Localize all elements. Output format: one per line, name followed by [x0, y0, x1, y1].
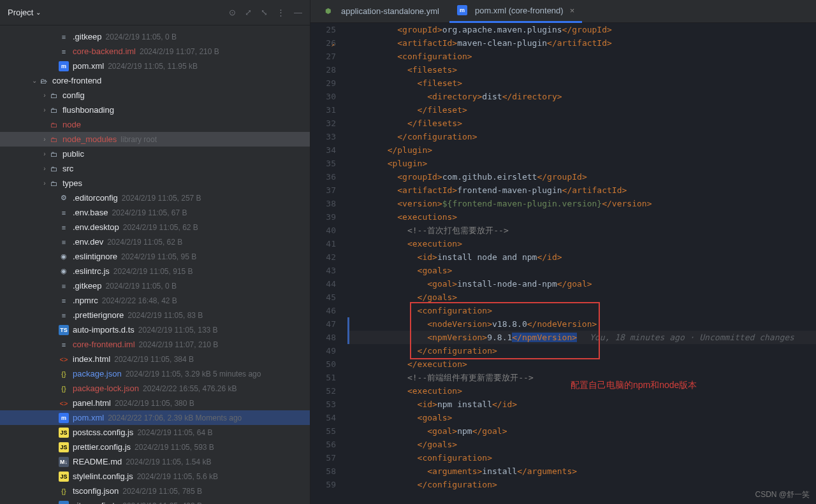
code-line[interactable]: <id>npm install</id> — [347, 398, 816, 411]
chevron-icon[interactable]: › — [41, 150, 48, 157]
tree-item[interactable]: <>panel.html2024/2/19 11:05, 380 B — [0, 396, 310, 410]
chevron-icon[interactable]: › — [41, 180, 48, 187]
file-name: package.json — [73, 369, 122, 378]
tree-item[interactable]: ≡core-frontend.iml2024/2/19 11:07, 210 B — [0, 337, 310, 352]
file-name: config — [62, 90, 85, 100]
code-line[interactable]: <directory>dist</directory> — [347, 90, 816, 103]
code-line[interactable]: <groupId>org.apache.maven.plugins</group… — [347, 23, 816, 36]
chevron-icon[interactable]: ⌄ — [31, 77, 38, 84]
code-line[interactable]: <id>install node and npm</id> — [347, 250, 816, 264]
file-name: node_modules — [62, 134, 117, 144]
chevron-icon[interactable]: › — [41, 92, 48, 99]
hide-icon[interactable]: — — [294, 8, 302, 17]
code-line[interactable]: <configuration> — [347, 451, 816, 464]
code-line[interactable]: <fileset> — [347, 76, 816, 90]
tree-item[interactable]: ◉.eslintignore2024/2/19 11:05, 95 B — [0, 249, 310, 264]
tree-item[interactable]: ≡.gitkeep2024/2/19 11:05, 0 B — [0, 29, 310, 44]
code-line[interactable]: </configuration> — [347, 344, 816, 357]
code-area[interactable]: 2526↗27282930313233343536373839404142434… — [310, 23, 816, 504]
code-line[interactable]: <artifactId>maven-clean-plugin</artifact… — [347, 36, 816, 50]
collapse-all-icon[interactable]: ⤡ — [261, 8, 268, 17]
tree-item[interactable]: ⚙.editorconfig2024/2/19 11:05, 257 B — [0, 191, 310, 205]
show-options-icon[interactable]: ⋮ — [277, 8, 285, 17]
tree-item[interactable]: JSprettier.config.js2024/2/19 11:05, 593… — [0, 440, 310, 454]
tree-item[interactable]: ⌄🗁core-frontend — [0, 73, 310, 88]
chevron-icon[interactable]: › — [41, 106, 48, 113]
tree-item[interactable]: {}package.json2024/2/19 11:05, 3.29 kB 5… — [0, 366, 310, 381]
close-icon[interactable]: × — [570, 6, 575, 15]
tree-item[interactable]: ≡core-backend.iml2024/2/19 11:07, 210 B — [0, 44, 310, 59]
file-name: flushbonading — [62, 105, 114, 115]
file-meta: 2024/2/22 17:06, 2.39 kB Moments ago — [108, 414, 242, 422]
file-meta: 2024/2/19 11:05, 257 B — [122, 194, 201, 203]
chevron-icon[interactable]: › — [41, 165, 48, 172]
tree-item[interactable]: 🗀node — [0, 117, 310, 132]
code-line[interactable]: </goals> — [347, 438, 816, 451]
file-name: stylelint.config.js — [73, 472, 133, 481]
tree-item[interactable]: ≡.prettierignore2024/2/19 11:05, 83 B — [0, 308, 310, 322]
code-line[interactable]: <!--首次打包需要放开--> — [347, 224, 816, 237]
file-name: vite.config.ts — [73, 501, 119, 504]
chevron-icon[interactable]: › — [41, 136, 48, 143]
tree-item[interactable]: mpom.xml2024/2/19 11:05, 11.95 kB — [0, 59, 310, 73]
expand-all-icon[interactable]: ⤢ — [245, 8, 252, 17]
code-line[interactable]: </configuration> — [347, 130, 816, 143]
code-line[interactable]: <filesets> — [347, 63, 816, 76]
tree-item[interactable]: ≡.env.dev2024/2/19 11:05, 62 B — [0, 234, 310, 249]
code-line[interactable]: <execution> — [347, 237, 816, 250]
file-name: pom.xml — [73, 413, 104, 422]
tree-item[interactable]: {}package-lock.json2024/2/22 16:55, 476.… — [0, 381, 310, 396]
tree-item[interactable]: ›🗀flushbonading — [0, 103, 310, 117]
git-blame: You, 18 minutes ago · Uncommitted change… — [590, 333, 794, 342]
code-content[interactable]: 配置自己电脑的npm和node版本 <groupId>org.apache.ma… — [347, 23, 816, 504]
sidebar-title[interactable]: Project ⌄ — [8, 8, 41, 17]
tree-item[interactable]: ›🗀config — [0, 88, 310, 103]
tree-item[interactable]: JSpostcss.config.js2024/2/19 11:05, 64 B — [0, 425, 310, 440]
code-line[interactable]: <goal>install-node-and-npm</goal> — [347, 277, 816, 291]
file-name: core-frontend.iml — [73, 340, 135, 349]
tree-item[interactable]: ›🗀src — [0, 161, 310, 176]
tree-item[interactable]: TSauto-imports.d.ts2024/2/19 11:05, 133 … — [0, 322, 310, 337]
tree-item[interactable]: JSstylelint.config.js2024/2/19 11:05, 5.… — [0, 469, 310, 484]
tree-item[interactable]: ≡.npmrc2024/2/22 16:48, 42 B — [0, 293, 310, 308]
code-line[interactable]: </configuration> — [347, 478, 816, 491]
code-line[interactable]: </execution> — [347, 357, 816, 371]
project-tree[interactable]: ≡.gitkeep2024/2/19 11:05, 0 B≡core-backe… — [0, 25, 310, 504]
tree-item[interactable]: ≡.gitkeep2024/2/19 11:05, 0 B — [0, 278, 310, 293]
tree-item[interactable]: ›🗀types — [0, 176, 310, 191]
tree-item[interactable]: TSvite.config.ts2024/2/19 11:05, 492 B — [0, 498, 310, 504]
code-line[interactable]: <groupId>com.github.eirslett</groupId> — [347, 170, 816, 184]
code-line[interactable]: <nodeVersion>v18.8.0</nodeVersion> — [347, 317, 816, 331]
code-line[interactable]: <plugin> — [347, 157, 816, 170]
tree-item[interactable]: {}tsconfig.json2024/2/19 11:05, 785 B — [0, 484, 310, 498]
file-meta: 2024/2/19 11:05, 64 B — [137, 428, 212, 437]
code-line[interactable]: <configuration> — [347, 50, 816, 63]
code-line[interactable]: </fileset> — [347, 103, 816, 117]
code-line[interactable]: <goal>npm</goal> — [347, 424, 816, 438]
tree-item[interactable]: ≡.env.desktop2024/2/19 11:05, 62 B — [0, 220, 310, 234]
code-line[interactable]: <arguments>install</arguments> — [347, 464, 816, 478]
code-line[interactable]: <version>${frontend-maven-plugin.version… — [347, 197, 816, 210]
code-line[interactable]: <configuration> — [347, 304, 816, 317]
file-meta: 2024/2/19 11:05, 593 B — [135, 443, 214, 452]
code-line[interactable]: <artifactId>frontend-maven-plugin</artif… — [347, 184, 816, 197]
code-line[interactable]: </filesets> — [347, 117, 816, 130]
tree-item[interactable]: ◉.eslintrc.js2024/2/19 11:05, 915 B — [0, 264, 310, 278]
tree-item[interactable]: mpom.xml2024/2/22 17:06, 2.39 kB Moments… — [0, 410, 310, 425]
editor-tab[interactable]: ⬢application-standalone.yml — [316, 0, 447, 23]
tree-item[interactable]: M↓README.md2024/2/19 11:05, 1.54 kB — [0, 454, 310, 469]
tree-item[interactable]: ›🗀node_moduleslibrary root — [0, 132, 310, 147]
file-name: package-lock.json — [73, 384, 139, 393]
code-line[interactable]: <goals> — [347, 264, 816, 277]
editor-tab[interactable]: mpom.xml (core-frontend)× — [449, 0, 582, 23]
code-line[interactable]: <goals> — [347, 411, 816, 424]
code-line[interactable]: <executions> — [347, 210, 816, 224]
file-meta: 2024/2/19 11:05, 384 B — [114, 355, 194, 364]
tree-item[interactable]: ›🗀public — [0, 147, 310, 161]
code-line[interactable]: <npmVersion>9.8.1</npmVersion>You, 18 mi… — [347, 331, 816, 344]
code-line[interactable]: </goals> — [347, 291, 816, 304]
code-line[interactable]: </plugin> — [347, 143, 816, 157]
select-opened-icon[interactable]: ⊙ — [229, 8, 236, 17]
tree-item[interactable]: <>index.html2024/2/19 11:05, 384 B — [0, 352, 310, 366]
tree-item[interactable]: ≡.env.base2024/2/19 11:05, 67 B — [0, 205, 310, 220]
